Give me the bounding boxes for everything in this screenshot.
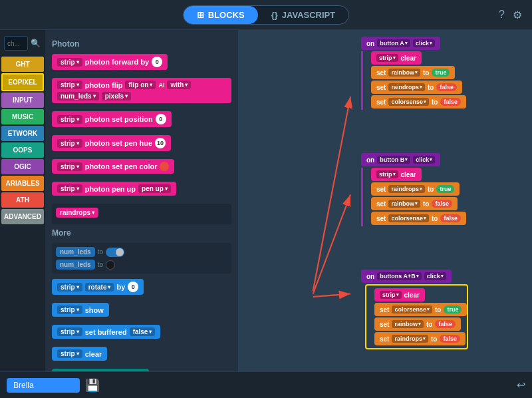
with-dropdown[interactable]: with: [167, 81, 191, 89]
color-black[interactable]: [106, 260, 115, 270]
rainbow-dp-1[interactable]: rainbow: [388, 69, 420, 77]
sidebar-item-variables[interactable]: ARIABLES: [1, 176, 44, 191]
strip-dropdown6[interactable]: strip: [57, 184, 82, 193]
set-colorsense-3[interactable]: set colorsense to true: [374, 303, 467, 316]
undo-icon[interactable]: ↩: [517, 379, 525, 391]
rainbow-dp-2[interactable]: rainbow: [388, 200, 420, 208]
strip-clear-3[interactable]: strip clear: [374, 288, 425, 301]
block-set-pen-color[interactable]: strip photon set pen color: [52, 159, 231, 178]
strip-dropdown3[interactable]: strip: [57, 115, 82, 124]
set-raindrops-2[interactable]: set raindrops to true: [371, 182, 460, 196]
btn-ab-dp[interactable]: buttons A+B: [377, 272, 421, 280]
save-icon[interactable]: 💾: [85, 378, 100, 393]
false-val-5: false: [435, 320, 456, 328]
event-btn-b[interactable]: on button B click: [361, 153, 440, 166]
block-set-buffered[interactable]: strip set buffered false: [52, 325, 231, 343]
block-set-position[interactable]: strip photon set position 0: [52, 111, 231, 131]
block-set-pen-hue[interactable]: strip photon set pen hue 10: [52, 135, 231, 155]
help-icon[interactable]: ?: [499, 9, 505, 21]
project-name-input[interactable]: [7, 378, 80, 393]
event-btn-ab[interactable]: on buttons A+B click: [361, 270, 452, 283]
block-pen-up[interactable]: strip photon pen up pen up: [52, 182, 231, 200]
set-rainbow-3[interactable]: set rainbow to false: [374, 317, 461, 331]
sidebar-item-logic[interactable]: OGIC: [1, 159, 44, 174]
block-forward[interactable]: strip photon forward by 0: [52, 54, 231, 74]
rotate-dp[interactable]: rotate: [85, 283, 114, 292]
strip-dropdown4[interactable]: strip: [57, 139, 82, 148]
strip-dp-s[interactable]: strip: [57, 305, 82, 314]
block-flip[interactable]: strip photon flip flip on AI with num_le…: [52, 78, 231, 107]
sidebar-item-network[interactable]: ETWORK: [1, 126, 44, 141]
svg-line-3: [313, 294, 350, 297]
rainbow-dp-3[interactable]: rainbow: [392, 320, 424, 328]
strip-clear-2[interactable]: strip clear: [371, 168, 422, 181]
toggle-on[interactable]: [106, 248, 124, 257]
raindrops-block[interactable]: raindrops: [56, 208, 98, 218]
sidebar-item-neopixel[interactable]: EOPIXEL: [1, 73, 44, 91]
raindrops-dp-2[interactable]: raindrops: [388, 185, 425, 193]
strip-dp-r[interactable]: strip: [57, 283, 82, 292]
sidebar-item-loops[interactable]: OOPS: [1, 142, 44, 158]
block-show[interactable]: strip show: [52, 303, 231, 321]
tab-blocks[interactable]: ⊞ BLOCKS: [184, 6, 258, 24]
strip-dp-g2[interactable]: strip: [376, 170, 398, 178]
block-clear[interactable]: strip clear: [52, 347, 231, 365]
colorsense-dp-3[interactable]: colorsense: [392, 305, 432, 313]
blocks-panel: Photon strip photon forward by 0 strip p…: [45, 30, 238, 398]
group1: on button A click strip clear set rainbo…: [361, 37, 466, 110]
colorsense-dp-1[interactable]: colorsense: [388, 98, 429, 106]
set-colorsense-2[interactable]: set colorsense to false: [371, 212, 466, 225]
click-dp-2[interactable]: click: [413, 156, 435, 164]
header-icons: ? ⚙: [499, 9, 522, 21]
true-val-1: true: [432, 69, 450, 77]
more-section-title: More: [52, 228, 231, 238]
strip-dp-b[interactable]: strip: [57, 327, 82, 336]
on-dropdown[interactable]: flip on: [125, 81, 156, 89]
raindrops-dp-1[interactable]: raindrops: [388, 83, 425, 91]
color-picker[interactable]: [160, 162, 169, 171]
true-val-3: true: [444, 305, 462, 313]
header: ⊞ BLOCKS {} JAVASCRIPT ? ⚙: [0, 0, 532, 30]
numleds-block2: num_leds: [56, 260, 95, 270]
bottom-bar: 💾 ↩: [0, 371, 532, 398]
pixels-dropdown[interactable]: pixels: [102, 92, 131, 100]
false-val-1: false: [436, 83, 457, 91]
click-dp-1[interactable]: click: [413, 39, 435, 47]
strip-dropdown2[interactable]: strip: [57, 81, 82, 89]
search-input[interactable]: [4, 36, 28, 51]
true-val-2: true: [436, 185, 454, 193]
false-dp[interactable]: false: [130, 327, 156, 336]
sidebar-item-advanced[interactable]: ADVANCED: [1, 209, 44, 224]
block-rotate[interactable]: strip rotate by 0: [52, 279, 231, 299]
strip-dp-g3[interactable]: strip: [380, 291, 402, 299]
canvas-area[interactable]: on button A click strip clear set rainbo…: [238, 30, 532, 398]
settings-icon[interactable]: ⚙: [513, 9, 522, 21]
blocks-icon: ⊞: [197, 10, 204, 20]
btn-a-dp[interactable]: button A: [377, 39, 410, 47]
strip-dp-c[interactable]: strip: [57, 349, 82, 358]
search-icon[interactable]: 🔍: [31, 39, 41, 48]
set-rainbow-1[interactable]: set rainbow to true: [371, 66, 455, 79]
strip-dropdown5[interactable]: strip: [57, 162, 82, 171]
colorsense-dp-2[interactable]: colorsense: [388, 214, 429, 222]
sidebar-item-math[interactable]: ATH: [1, 192, 44, 208]
sidebar-item-input[interactable]: INPUT: [1, 93, 44, 108]
set-raindrops-3[interactable]: set raindrops to false: [374, 332, 466, 345]
event-btn-a[interactable]: on button A click: [361, 37, 440, 50]
sidebar-item-music[interactable]: MUSIC: [1, 109, 44, 124]
set-raindrops-1[interactable]: set raindrops to false: [371, 81, 462, 94]
btn-b-dp[interactable]: button B: [377, 156, 410, 164]
tab-javascript[interactable]: {} JAVASCRIPT: [258, 6, 349, 24]
js-label: JAVASCRIPT: [282, 10, 335, 20]
penup-dropdown[interactable]: pen up: [138, 184, 171, 193]
set-colorsense-1[interactable]: set colorsense to false: [371, 95, 466, 108]
raindrops-dp-3[interactable]: raindrops: [392, 335, 428, 343]
main-layout: 🔍 GHT EOPIXEL INPUT MUSIC ETWORK OOPS OG…: [0, 30, 532, 398]
click-dp-3[interactable]: click: [424, 272, 446, 280]
set-rainbow-2[interactable]: set rainbow to false: [371, 197, 458, 210]
strip-dropdown[interactable]: strip: [57, 58, 82, 67]
sidebar-item-light[interactable]: GHT: [1, 57, 44, 72]
strip-dp-g1[interactable]: strip: [376, 54, 398, 62]
num-leds-dropdown[interactable]: num_leds: [57, 92, 99, 100]
strip-clear-1[interactable]: strip clear: [371, 51, 422, 65]
